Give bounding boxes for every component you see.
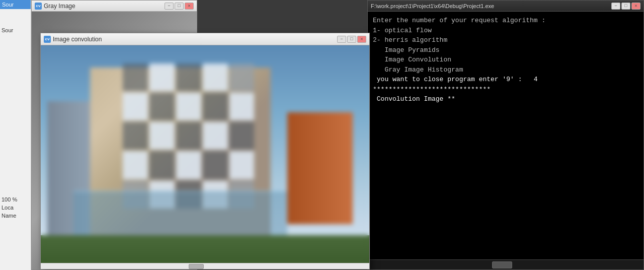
terminal-line-0: Enter the number of your request algorit… (373, 16, 638, 26)
terminal-window: F:\work.project\1\Project1\x64\Debug\Pro… (367, 0, 644, 270)
terminal-title-text: F:\work.project\1\Project1\x64\Debug\Pro… (371, 3, 494, 9)
terminal-minimize-button[interactable]: − (611, 3, 620, 10)
terminal-scrollbar-thumb[interactable] (492, 261, 512, 268)
terminal-line-8: Convolution Image ** (373, 94, 638, 104)
conv-titlebar: cv Image convolution − □ ✕ (41, 33, 369, 45)
conv-icon: cv (44, 36, 51, 43)
gray-image-maximize-button[interactable]: □ (175, 3, 184, 10)
conv-scrollbar-thumb[interactable] (189, 264, 204, 269)
left-panel-title: Sour (0, 0, 31, 9)
terminal-line-1: 1- optical flow (373, 26, 638, 36)
gray-image-title-text: Gray Image (44, 3, 75, 10)
name-label: Name (0, 212, 31, 220)
convolution-window[interactable]: cv Image convolution − □ ✕ (40, 33, 370, 269)
building-image (41, 45, 369, 269)
percent-label: 100 % (0, 195, 31, 204)
terminal-line-4: Image Convolution (373, 55, 638, 65)
terminal-close-button[interactable]: ✕ (631, 3, 640, 10)
terminal-line-5: Gray Image Histogram (373, 65, 638, 75)
gray-image-titlebar: cv Gray Image − □ ✕ (32, 1, 197, 12)
left-panel: Sour Sour 100 % Loca Name (0, 0, 31, 270)
terminal-line-2: 2- herris algorithm (373, 35, 638, 45)
blur-effect (41, 45, 369, 269)
conv-content (41, 45, 369, 269)
conv-minimize-button[interactable]: − (337, 36, 346, 43)
conv-titlebar-buttons: − □ ✕ (337, 36, 366, 43)
conv-close-button[interactable]: ✕ (357, 36, 366, 43)
gray-image-minimize-button[interactable]: − (165, 3, 174, 10)
gray-image-titlebar-buttons: − □ ✕ (165, 3, 194, 10)
desktop: Sour Sour 100 % Loca Name cv Gray Image … (0, 0, 644, 270)
gray-image-icon: cv (35, 3, 42, 10)
terminal-line-6: you want to close program enter '9' : 4 (373, 75, 638, 85)
terminal-maximize-button[interactable]: □ (621, 3, 630, 10)
conv-maximize-button[interactable]: □ (347, 36, 356, 43)
conv-title-text: Image convolution (53, 36, 102, 43)
conv-title-left: cv Image convolution (44, 36, 102, 43)
conv-scrollbar[interactable] (41, 263, 369, 269)
terminal-titlebar: F:\work.project\1\Project1\x64\Debug\Pro… (368, 1, 643, 12)
terminal-content: Enter the number of your request algorit… (368, 12, 643, 108)
source-label: Sour (0, 26, 31, 34)
terminal-bottom-bar (368, 259, 643, 269)
gray-image-close-button[interactable]: ✕ (185, 3, 194, 10)
terminal-line-3: Image Pyramids (373, 45, 638, 55)
terminal-line-7: ****************************** (373, 85, 638, 95)
gray-image-title-left: cv Gray Image (35, 3, 75, 10)
location-label: Loca (0, 204, 31, 212)
terminal-titlebar-buttons: − □ ✕ (611, 3, 640, 10)
